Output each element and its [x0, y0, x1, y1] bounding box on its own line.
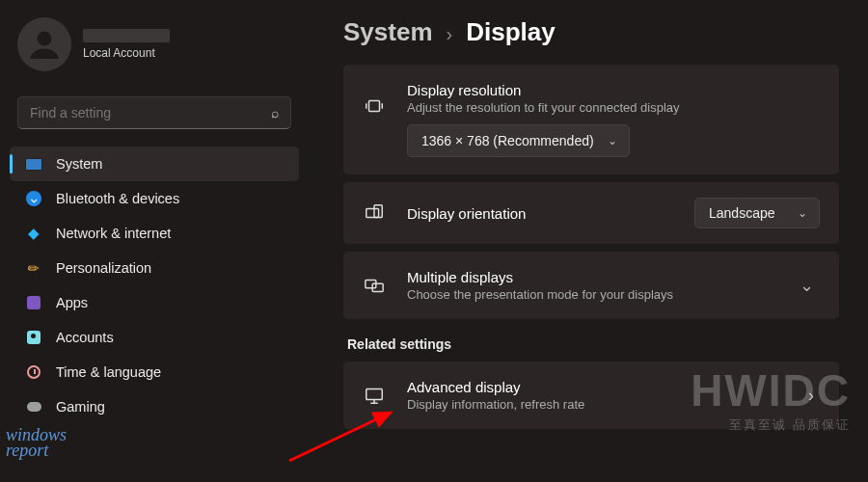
nav-item-personalization[interactable]: ✎ Personalization	[10, 251, 299, 285]
accounts-icon	[25, 329, 42, 346]
chevron-down-icon: ⌄	[800, 275, 814, 296]
chevron-down-icon: ⌄	[608, 134, 617, 147]
nav-item-bluetooth[interactable]: ⌵ Bluetooth & devices	[10, 181, 299, 216]
nav-label: Accounts	[56, 330, 114, 345]
display-resolution-panel: Display resolution Adjust the resolution…	[343, 65, 839, 174]
nav-item-network[interactable]: ◆ Network & internet	[10, 216, 299, 251]
chevron-down-icon: ⌄	[798, 206, 807, 220]
breadcrumb-parent[interactable]: System	[343, 17, 433, 47]
nav-label: Time & language	[56, 364, 161, 380]
nav-item-accounts[interactable]: Accounts	[10, 320, 299, 355]
panel-subtitle: Adjust the resolution to fit your connec…	[407, 100, 820, 115]
resolution-icon	[363, 95, 386, 117]
svg-line-7	[289, 413, 391, 461]
nav-label: Bluetooth & devices	[56, 191, 179, 206]
orientation-value: Landscape	[709, 205, 775, 221]
multiple-displays-panel[interactable]: Multiple displays Choose the presentatio…	[343, 252, 839, 319]
orientation-dropdown[interactable]: Landscape ⌄	[694, 198, 820, 228]
svg-rect-2	[366, 208, 379, 217]
breadcrumb-current: Display	[466, 17, 556, 47]
nav-label: Apps	[56, 295, 88, 310]
search-icon: ⌕	[271, 105, 279, 120]
avatar	[17, 17, 71, 71]
clock-icon	[25, 363, 42, 381]
annotation-arrow	[280, 403, 415, 470]
watermark-hwidc: HWIDC 至真至诚 品质保证	[691, 364, 851, 434]
resolution-dropdown[interactable]: 1366 × 768 (Recommended) ⌄	[407, 124, 630, 157]
nav: System ⌵ Bluetooth & devices ◆ Network &…	[10, 147, 299, 424]
nav-label: Personalization	[56, 260, 151, 276]
sidebar: Local Account ⌕ System ⌵ Bluetooth & dev…	[0, 0, 309, 482]
svg-point-0	[38, 32, 52, 46]
orientation-icon	[363, 202, 386, 224]
chevron-right-icon: ›	[447, 23, 453, 45]
watermark-windows-report: windowsreport	[6, 428, 67, 458]
nav-label: Network & internet	[56, 226, 171, 241]
panel-subtitle: Choose the presentation mode for your di…	[407, 287, 778, 302]
display-orientation-panel: Display orientation Landscape ⌄	[343, 182, 839, 244]
nav-label: Gaming	[56, 399, 105, 415]
nav-item-gaming[interactable]: Gaming	[10, 389, 299, 424]
apps-icon	[25, 294, 42, 311]
user-account-type: Local Account	[83, 46, 170, 60]
nav-label: System	[56, 156, 102, 172]
breadcrumb: System › Display	[343, 17, 839, 47]
user-name-redacted	[83, 29, 170, 42]
multi-display-icon	[363, 275, 386, 296]
resolution-value: 1366 × 768 (Recommended)	[421, 133, 594, 148]
svg-rect-1	[369, 101, 380, 112]
related-settings-label: Related settings	[347, 336, 839, 352]
search-input[interactable]	[30, 105, 271, 120]
nav-item-time[interactable]: Time & language	[10, 355, 299, 389]
search-input-container[interactable]: ⌕	[17, 96, 291, 129]
nav-item-system[interactable]: System	[10, 147, 299, 181]
panel-title: Multiple displays	[407, 269, 778, 285]
gaming-icon	[25, 398, 42, 415]
wifi-icon: ◆	[25, 225, 42, 242]
panel-title: Display orientation	[407, 205, 673, 222]
brush-icon: ✎	[21, 255, 45, 280]
svg-rect-6	[366, 389, 383, 400]
nav-item-apps[interactable]: Apps	[10, 285, 299, 320]
bluetooth-icon: ⌵	[25, 190, 42, 207]
user-account-row[interactable]: Local Account	[10, 13, 299, 75]
panel-title: Display resolution	[407, 82, 820, 98]
system-icon	[25, 155, 42, 173]
